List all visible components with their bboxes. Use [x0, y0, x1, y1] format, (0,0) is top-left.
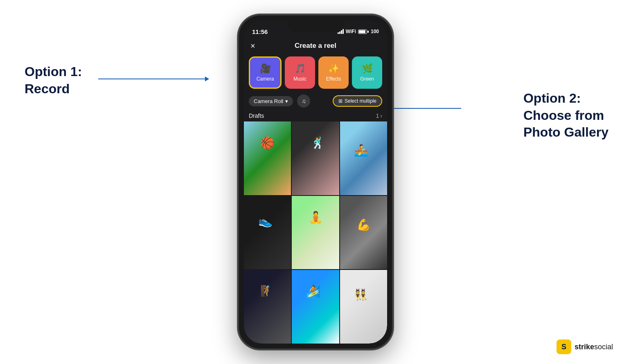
green-icon: 🌿	[362, 63, 373, 74]
photo-cell-7[interactable]	[244, 270, 291, 344]
drafts-label: Drafts	[249, 112, 264, 119]
arrow-left-icon	[98, 79, 209, 79]
photo-cell-8[interactable]	[292, 270, 339, 344]
option2-line1: Option 2:	[523, 91, 581, 106]
strikesocial-logo: S strikesocial	[557, 339, 613, 354]
power-button	[392, 77, 393, 101]
green-screen-button[interactable]: 🌿 Green	[352, 56, 382, 89]
volume-up-button	[238, 83, 239, 103]
status-time: 11:56	[252, 28, 268, 35]
camera-label: Camera	[257, 76, 274, 82]
wifi-icon: WiFi	[346, 29, 356, 34]
option2-label: Option 2: Choose from Photo Gallery	[523, 90, 608, 141]
green-label: Green	[360, 76, 374, 82]
option2-line3: Photo Gallery	[523, 125, 608, 139]
chevron-right-icon: ›	[380, 112, 382, 119]
music-label: Music	[293, 76, 306, 82]
drafts-bar[interactable]: Drafts 1 ›	[244, 110, 387, 121]
camera-roll-selector[interactable]: Camera Roll ▾	[249, 96, 293, 106]
photo-cell-2[interactable]	[292, 121, 339, 195]
action-buttons-row: 🎥 Camera 🎵 Music ✨ Effects 🌿 Green	[244, 53, 387, 92]
header-title: Create a reel	[295, 42, 336, 50]
camera-roll-bar: Camera Roll ▾ ♫ ⊞ Select multiple	[244, 92, 387, 110]
strike-logo-text: strikesocial	[575, 343, 613, 351]
photo-cell-5[interactable]	[292, 196, 339, 270]
camera-icon: 🎥	[260, 63, 271, 74]
music-icon: 🎵	[295, 63, 306, 74]
drafts-count: 1 ›	[376, 112, 382, 119]
effects-icon: ✨	[328, 63, 339, 74]
option1-line1: Option 1:	[25, 64, 82, 79]
mute-button	[238, 65, 239, 77]
battery-percent: 100	[371, 29, 379, 34]
select-multiple-button[interactable]: ⊞ Select multiple	[333, 95, 382, 107]
photo-grid	[244, 121, 387, 344]
volume-down-button	[238, 108, 239, 128]
option2-line2: Choose from	[523, 108, 604, 123]
option1-label: Option 1: Record	[25, 63, 82, 97]
phone-notch	[287, 20, 344, 32]
phone-inner: 11:56 WiFi 100 ×	[244, 20, 387, 344]
camera-button[interactable]: 🎥 Camera	[249, 56, 282, 89]
phone-screen: 11:56 WiFi 100 ×	[244, 20, 387, 344]
select-multiple-label: Select multiple	[345, 98, 376, 104]
strike-logo-icon: S	[557, 339, 571, 354]
battery-icon	[358, 29, 369, 34]
effects-button[interactable]: ✨ Effects	[318, 56, 349, 89]
photo-cell-9[interactable]	[340, 270, 387, 344]
close-button[interactable]: ×	[250, 41, 255, 51]
photo-cell-1[interactable]	[244, 121, 291, 195]
music-button[interactable]: 🎵 Music	[285, 56, 315, 89]
music-note-button[interactable]: ♫	[297, 94, 310, 108]
phone-mockup: 11:56 WiFi 100 ×	[238, 14, 393, 350]
option1-line2: Record	[25, 81, 70, 96]
select-multiple-icon: ⊞	[338, 98, 343, 104]
photo-cell-6[interactable]	[340, 196, 387, 270]
header-bar: × Create a reel	[244, 38, 387, 53]
chevron-down-icon: ▾	[285, 98, 288, 104]
photo-cell-3[interactable]	[340, 121, 387, 195]
status-icons: WiFi 100	[338, 29, 379, 34]
music-note-icon: ♫	[302, 98, 306, 104]
photo-cell-4[interactable]	[244, 196, 291, 270]
camera-roll-label: Camera Roll	[254, 98, 283, 104]
effects-label: Effects	[326, 76, 341, 82]
